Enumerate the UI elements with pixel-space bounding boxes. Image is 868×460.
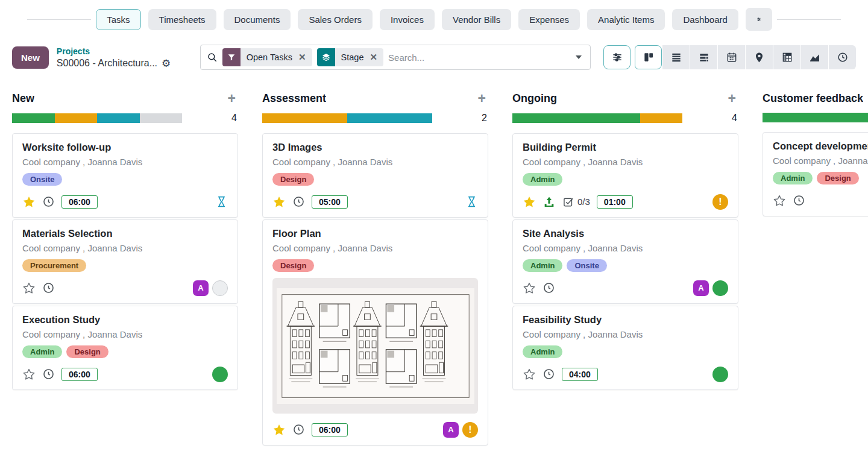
facet-label: Stage	[335, 48, 366, 66]
clock-icon[interactable]	[542, 282, 555, 294]
upload-icon[interactable]	[542, 195, 556, 209]
breadcrumb-record-name: S00006 - Architectura...	[57, 57, 157, 69]
kanban-card[interactable]: Execution StudyCool company , Joanna Dav…	[12, 306, 238, 390]
kanban-card[interactable]: Materials SelectionCool company , Joanna…	[12, 219, 238, 304]
clock-icon[interactable]	[42, 195, 55, 208]
column-progress-bar[interactable]	[512, 113, 682, 123]
clock-icon[interactable]	[542, 368, 555, 380]
tab-vendor-bills[interactable]: Vendor Bills	[442, 9, 511, 30]
tab-timesheets[interactable]: Timesheets	[148, 9, 216, 30]
allocated-hours[interactable]: 06:00	[61, 368, 98, 381]
priority-star-button[interactable]	[22, 368, 36, 381]
tab-invoices[interactable]: Invoices	[380, 9, 435, 30]
tab-dashboard[interactable]: Dashboard	[672, 9, 738, 30]
priority-star-button[interactable]	[22, 282, 36, 295]
status-dot-green[interactable]	[712, 280, 728, 296]
kanban-board: New+4Worksite follow-upCool company , Jo…	[0, 80, 868, 459]
kanban-card[interactable]: Floor PlanCool company , Joanna DavisDes…	[262, 219, 488, 446]
avatar[interactable]: A	[443, 422, 459, 438]
alert-icon[interactable]: !	[462, 422, 478, 438]
search-dropdown-toggle[interactable]	[567, 45, 590, 69]
gear-icon[interactable]: ⚙	[162, 58, 171, 69]
view-calendar-button[interactable]	[718, 45, 745, 69]
card-title: Building Permit	[523, 142, 728, 153]
checklist-progress[interactable]: 0/3	[562, 196, 590, 208]
search-facet[interactable]: Stage✕	[317, 48, 383, 66]
search-input[interactable]	[388, 52, 567, 63]
progress-segment-teal[interactable]	[97, 113, 140, 123]
priority-star-button[interactable]	[523, 282, 536, 295]
progress-segment-orange[interactable]	[262, 113, 347, 123]
allocated-hours[interactable]: 04:00	[562, 368, 598, 381]
priority-star-button[interactable]	[773, 194, 786, 207]
column-progress-bar[interactable]	[12, 113, 182, 123]
clock-icon[interactable]	[292, 195, 305, 208]
card-tags: Onsite	[22, 173, 228, 186]
clock-icon[interactable]	[42, 368, 55, 380]
progress-segment-gray[interactable]	[140, 113, 183, 123]
search-facets: Open Tasks✕Stage✕	[222, 48, 388, 66]
remove-facet-button[interactable]: ✕	[295, 48, 312, 66]
card-contact: Cool company , Joanna Davis	[523, 157, 728, 167]
add-task-button[interactable]: +	[476, 92, 488, 106]
breadcrumb-project-link[interactable]: Projects	[57, 46, 90, 57]
view-list-button[interactable]	[662, 45, 690, 69]
progress-segment-orange[interactable]	[640, 113, 683, 123]
column-progress-bar[interactable]	[262, 113, 432, 123]
priority-star-button[interactable]	[523, 195, 536, 209]
priority-star-button[interactable]	[22, 195, 36, 209]
search-bar[interactable]: Open Tasks✕Stage✕	[200, 45, 591, 70]
progress-segment-green[interactable]	[512, 113, 640, 123]
progress-segment-orange[interactable]	[55, 113, 98, 123]
kanban-card[interactable]: Feasibility StudyCool company , Joanna D…	[512, 306, 738, 390]
priority-star-button[interactable]	[272, 195, 286, 209]
sliders-icon[interactable]	[746, 8, 772, 31]
view-kanban-button[interactable]	[635, 45, 662, 69]
kanban-card[interactable]: Worksite follow-upCool company , Joanna …	[12, 133, 238, 218]
allocated-hours[interactable]: 05:00	[312, 195, 348, 209]
column-title: Customer feedback	[763, 92, 863, 105]
tab-tasks[interactable]: Tasks	[96, 9, 140, 30]
column-progress-bar[interactable]	[763, 113, 868, 122]
add-task-button[interactable]: +	[225, 92, 238, 106]
clock-icon[interactable]	[793, 194, 805, 207]
view-graph-button[interactable]	[801, 45, 828, 69]
kanban-card[interactable]: Site AnalysisCool company , Joanna Davis…	[512, 219, 738, 304]
view-activity-rows-button[interactable]	[690, 45, 717, 69]
remove-facet-button[interactable]: ✕	[366, 48, 383, 66]
status-dot-green[interactable]	[712, 367, 728, 382]
tab-sales-orders[interactable]: Sales Orders	[298, 9, 373, 30]
status-dot-green[interactable]	[212, 367, 228, 382]
card-tags: Admin	[523, 173, 728, 186]
kanban-card[interactable]: Concept developmentCool company , Joanna…	[763, 132, 868, 216]
status-dot-gray[interactable]	[212, 280, 228, 296]
search-facet[interactable]: Open Tasks✕	[222, 48, 312, 66]
view-map-button[interactable]	[746, 45, 773, 69]
tag-onsite: Onsite	[567, 259, 606, 272]
allocated-hours[interactable]: 06:00	[312, 423, 348, 436]
add-task-button[interactable]: +	[726, 92, 738, 106]
card-tags: AdminOnsite	[523, 259, 728, 272]
tab-documents[interactable]: Documents	[224, 9, 291, 30]
priority-star-button[interactable]	[272, 423, 286, 436]
view-filters-panel-button[interactable]	[603, 45, 631, 69]
alert-icon[interactable]: !	[712, 194, 728, 210]
avatar[interactable]: A	[193, 280, 209, 296]
new-button[interactable]: New	[12, 46, 49, 69]
clock-icon[interactable]	[292, 423, 305, 436]
view-pivot-button[interactable]	[773, 45, 800, 69]
progress-segment-teal[interactable]	[347, 113, 432, 123]
kanban-card[interactable]: Building PermitCool company , Joanna Dav…	[512, 133, 738, 218]
clock-icon[interactable]	[42, 282, 55, 294]
avatar[interactable]: A	[693, 280, 709, 296]
allocated-hours[interactable]: 01:00	[597, 195, 633, 209]
tab-analytic-items[interactable]: Analytic Items	[587, 9, 665, 30]
progress-segment-green[interactable]	[12, 113, 55, 123]
kanban-card[interactable]: 3D ImagesCool company , Joanna DavisDesi…	[262, 133, 488, 218]
priority-star-button[interactable]	[523, 368, 536, 381]
column-title: Ongoing	[512, 92, 557, 105]
allocated-hours[interactable]: 06:00	[61, 195, 98, 209]
progress-segment-green[interactable]	[763, 113, 868, 122]
view-activity-button[interactable]	[829, 45, 856, 69]
tab-expenses[interactable]: Expenses	[518, 9, 580, 30]
